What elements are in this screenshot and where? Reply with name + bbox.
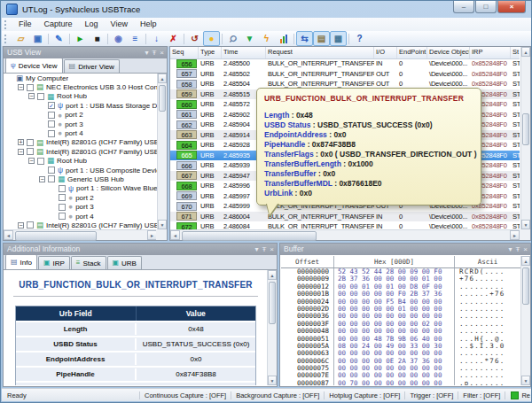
tree-item[interactable]: −▤Intel(R) 82801G (ICH7 Family) USB Univ… — [4, 221, 157, 229]
tab-info[interactable]: ▤Info — [5, 254, 37, 269]
tab-stack[interactable]: ≡Stack — [71, 256, 106, 269]
scrollbar-thumb[interactable] — [522, 267, 529, 305]
tooltip-toggle-button[interactable]: ● — [203, 31, 220, 46]
clear-log-button[interactable]: ✗ — [165, 31, 182, 46]
tree-checkbox[interactable] — [59, 194, 66, 201]
maximize-button[interactable]: □ — [475, 1, 497, 13]
tree-checkbox[interactable] — [48, 175, 55, 182]
panel-close-button[interactable]: × — [270, 244, 274, 255]
tree-item[interactable]: ●port 4 — [4, 212, 157, 221]
scrollbar-thumb[interactable] — [15, 231, 97, 241]
menu-item-view[interactable]: View — [105, 18, 134, 31]
close-button[interactable]: × — [497, 1, 526, 13]
tree-item[interactable]: ●port 3 — [4, 120, 157, 128]
column-header-device-object[interactable]: Device Object — [427, 47, 470, 58]
scrollbar-thumb[interactable] — [159, 85, 166, 112]
tree-checkbox[interactable] — [48, 120, 55, 128]
log-list-button[interactable]: ≡ — [127, 31, 144, 46]
tree-item[interactable]: +▤Intel(R) 82801G (ICH7 Family) USB Univ… — [4, 138, 157, 147]
trigger-button[interactable]: ϟ — [258, 31, 275, 46]
tree-item[interactable]: ▣My Computer — [4, 74, 157, 82]
column-header-type[interactable]: Type — [199, 47, 222, 58]
statistics-button[interactable] — [275, 31, 292, 46]
menu-item-log[interactable]: Log — [79, 18, 105, 31]
tree-horizontal-scrollbar[interactable]: ◄ ► — [4, 229, 157, 240]
panel-collapse-button[interactable]: ▾ — [145, 47, 148, 58]
minimize-button[interactable]: – — [453, 1, 474, 13]
scroll-down-arrow-icon[interactable]: ▼ — [268, 376, 277, 385]
buffer-vertical-scrollbar[interactable]: ▲ ▼ — [520, 256, 530, 385]
reconnect-button[interactable]: ↺ — [186, 31, 203, 46]
panel-close-button[interactable]: × — [160, 47, 164, 58]
table-row[interactable]: 657URB2.485502BULK_OR_INTERRUPT_TRANSFER… — [170, 69, 520, 80]
column-header-irp[interactable]: IRP — [470, 47, 511, 58]
tree-item[interactable]: ●port 4 — [4, 128, 157, 137]
table-horizontal-scrollbar[interactable]: ◄ ► — [170, 229, 520, 240]
panel-collapse-button[interactable]: ▾ — [254, 244, 258, 255]
tab-driver-view[interactable]: ▤Driver View — [64, 59, 120, 73]
tree-checkbox[interactable] — [48, 130, 55, 137]
panel-pin-button[interactable]: Ŧ — [515, 244, 520, 255]
edit-button[interactable]: ✎ — [51, 31, 67, 46]
column-header-endpoint[interactable]: EndPoint — [397, 47, 427, 58]
tree-checkbox[interactable] — [48, 167, 55, 174]
tree-checkbox[interactable] — [27, 221, 34, 229]
scroll-up-arrow-icon[interactable]: ▲ — [158, 74, 167, 83]
tree-checkbox[interactable]: ✓ — [48, 102, 55, 109]
tree-item[interactable]: −▤Intel(R) 82801G (ICH7 Family) USB Univ… — [4, 147, 157, 156]
tree-item[interactable]: −▦Generic USB Hub — [4, 174, 157, 183]
collapse-minus-icon[interactable]: − — [28, 158, 35, 164]
expand-plus-icon[interactable]: + — [18, 139, 24, 145]
column-header-seq[interactable]: Seq — [170, 47, 199, 58]
tree-item[interactable]: −▦Root Hub — [4, 92, 157, 101]
table-row[interactable]: 671URB2.486004BULK_OR_INTERRUPT_TRANSFER… — [170, 212, 520, 222]
tree-vertical-scrollbar[interactable]: ▲ ▼ — [157, 74, 167, 229]
panel-pin-button[interactable]: Ŧ — [262, 244, 266, 255]
tree-item[interactable]: ●port 3 — [4, 202, 157, 211]
tree-checkbox[interactable] — [37, 158, 44, 165]
tree-checkbox[interactable] — [59, 185, 66, 192]
table-row[interactable]: 656URB2.485500BULK_OR_INTERRUPT_TRANSFER… — [170, 58, 520, 69]
filter-button[interactable]: ▼ — [241, 31, 258, 46]
open-log-button[interactable]: ▱ — [12, 31, 29, 46]
column-header-time[interactable]: Time — [222, 47, 266, 58]
device-capture-button[interactable]: ◉ — [110, 31, 127, 46]
scroll-down-arrow-icon[interactable]: ▼ — [521, 376, 530, 385]
scroll-left-arrow-icon[interactable]: ◄ — [170, 230, 180, 240]
find-button[interactable]: Ϙ — [224, 31, 241, 46]
tree-checkbox[interactable] — [59, 204, 66, 211]
tree-item[interactable]: ●port 2 — [4, 111, 157, 120]
usb-view-toggle-button[interactable]: ⇆ — [296, 31, 313, 46]
scroll-up-arrow-icon[interactable]: ▲ — [268, 270, 277, 280]
table-row[interactable]: 672URB2.486084BULK_OR_INTERRUPT_TRANSFER… — [170, 221, 520, 229]
tab-irp[interactable]: ▣IRP — [38, 256, 70, 269]
collapse-minus-icon[interactable]: − — [18, 149, 24, 155]
start-capture-button[interactable]: ► — [72, 31, 89, 46]
tree-checkbox[interactable] — [48, 112, 55, 119]
scrollbar-thumb[interactable] — [182, 231, 317, 241]
additional-info-toggle-button[interactable]: ▤ — [313, 31, 330, 46]
scroll-down-arrow-icon[interactable]: ▼ — [521, 220, 530, 229]
menu-item-help[interactable]: Help — [134, 18, 163, 31]
help-button[interactable]: ? — [351, 31, 368, 46]
tree-checkbox[interactable] — [27, 148, 34, 155]
buffer-toggle-button[interactable]: ▦ — [330, 31, 347, 46]
scrollbar-thumb[interactable] — [522, 113, 529, 145]
tree-checkbox[interactable] — [59, 213, 66, 220]
tree-item[interactable]: ●port 2 — [4, 193, 157, 202]
scroll-down-arrow-icon[interactable]: ▼ — [158, 220, 167, 229]
tree-item[interactable]: ψport 1 : Silicon Wave Bluetooth Wire — [4, 184, 157, 193]
tree-checkbox[interactable] — [37, 93, 44, 100]
tree-item[interactable]: ✓ψport 1 : USB Mass Storage Device — [4, 101, 157, 110]
scroll-right-arrow-icon[interactable]: ► — [510, 230, 520, 240]
collapse-minus-icon[interactable]: − — [39, 176, 45, 182]
scroll-up-arrow-icon[interactable]: ▲ — [521, 47, 530, 57]
info-vertical-scrollbar[interactable]: ▲ ▼ — [267, 270, 277, 385]
panel-collapse-button[interactable]: ▾ — [508, 244, 512, 255]
menu-item-capture[interactable]: Capture — [38, 18, 79, 31]
tree-checkbox[interactable] — [27, 139, 34, 146]
tree-item[interactable]: −▦Root Hub — [4, 157, 157, 166]
collapse-minus-icon[interactable]: − — [18, 84, 24, 90]
tree-item[interactable]: ψport 1 : USB Composite Device — [4, 166, 157, 174]
column-header-request[interactable]: Request — [266, 47, 374, 58]
